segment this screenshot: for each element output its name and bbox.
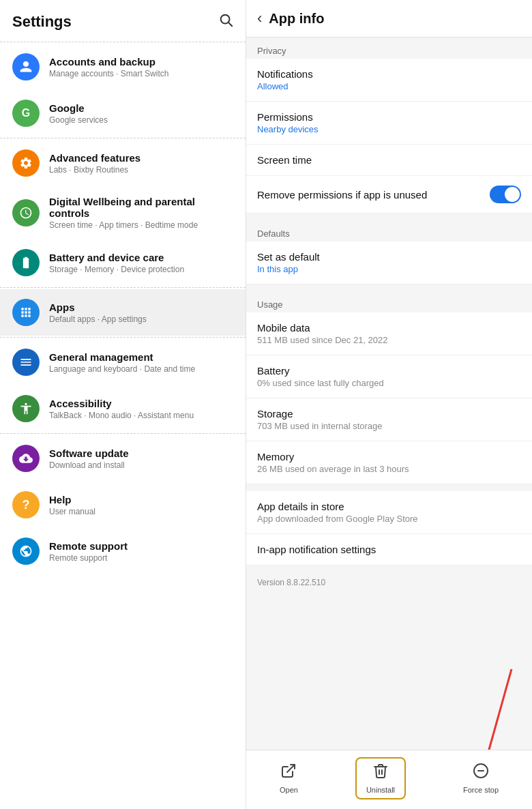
version-text: Version 8.8.22.510 bbox=[246, 571, 532, 591]
remove-perms-title: Remove permissions if app is unused bbox=[257, 189, 427, 201]
app-info-panel: ‹ App info Privacy Notifications Allowed… bbox=[246, 0, 532, 809]
settings-header: Settings bbox=[0, 0, 246, 40]
google-icon: G bbox=[12, 100, 40, 127]
sidebar-item-help[interactable]: ? Help User manual bbox=[0, 482, 246, 528]
inapp-notif-title: In-app notification settings bbox=[257, 544, 521, 555]
divider-2 bbox=[0, 287, 246, 288]
battery-title: Battery and device care bbox=[49, 252, 184, 263]
sidebar-item-software[interactable]: Software update Download and install bbox=[0, 435, 246, 482]
advanced-subtitle: Labs · Bixby Routines bbox=[49, 165, 141, 175]
settings-sidebar: Settings Accounts and backup Manage acco… bbox=[0, 0, 246, 809]
storage-title: Storage bbox=[257, 408, 521, 420]
sidebar-item-apps[interactable]: Apps Default apps · App settings bbox=[0, 289, 246, 336]
app-details-item[interactable]: App details in store App downloaded from… bbox=[246, 491, 532, 534]
remote-title: Remote support bbox=[49, 540, 128, 552]
accounts-title: Accounts and backup bbox=[49, 56, 168, 68]
software-title: Software update bbox=[49, 447, 129, 459]
set-default-item[interactable]: Set as default In this app bbox=[246, 241, 532, 284]
google-title: Google bbox=[49, 102, 108, 114]
notifications-title: Notifications bbox=[257, 68, 521, 80]
advanced-title: Advanced features bbox=[49, 152, 141, 164]
sidebar-item-accessibility[interactable]: Accessibility TalkBack · Mono audio · As… bbox=[0, 385, 246, 432]
defaults-label: Defaults bbox=[246, 220, 532, 241]
uninstall-button[interactable]: Uninstall bbox=[355, 757, 406, 799]
apps-subtitle: Default apps · App settings bbox=[49, 314, 147, 324]
remote-icon bbox=[12, 538, 40, 565]
force-stop-button[interactable]: Force stop bbox=[454, 759, 508, 798]
sidebar-item-google[interactable]: G Google Google services bbox=[0, 90, 246, 136]
storage-item[interactable]: Storage 703 MB used in internal storage bbox=[246, 398, 532, 441]
storage-subtitle: 703 MB used in internal storage bbox=[257, 421, 521, 431]
open-label: Open bbox=[280, 786, 298, 794]
mobile-data-subtitle: 511 MB used since Dec 21, 2022 bbox=[257, 335, 521, 345]
app-info-header: ‹ App info bbox=[246, 0, 532, 38]
set-default-subtitle: In this app bbox=[257, 264, 521, 274]
app-info-title: App info bbox=[269, 11, 324, 27]
accessibility-subtitle: TalkBack · Mono audio · Assistant menu bbox=[49, 411, 194, 420]
accessibility-icon bbox=[12, 395, 40, 422]
remove-perms-toggle[interactable] bbox=[490, 186, 521, 203]
notifications-subtitle: Allowed bbox=[257, 81, 521, 91]
permissions-subtitle: Nearby devices bbox=[257, 124, 521, 134]
help-subtitle: User manual bbox=[49, 507, 95, 516]
general-icon bbox=[12, 349, 40, 376]
divider-top bbox=[0, 42, 246, 42]
uninstall-label: Uninstall bbox=[366, 786, 395, 794]
sidebar-item-digital[interactable]: Digital Wellbeing and parental controls … bbox=[0, 186, 246, 239]
remote-subtitle: Remote support bbox=[49, 553, 128, 563]
google-subtitle: Google services bbox=[49, 115, 108, 125]
open-icon bbox=[280, 763, 297, 783]
settings-title: Settings bbox=[12, 13, 72, 31]
uninstall-icon bbox=[372, 763, 389, 783]
divider-3 bbox=[0, 337, 246, 338]
bottom-action-bar: Open Uninstall Fo bbox=[246, 750, 532, 809]
spacer-defaults bbox=[246, 214, 532, 220]
permissions-item[interactable]: Permissions Nearby devices bbox=[246, 102, 532, 145]
digital-icon bbox=[12, 199, 40, 226]
app-details-title: App details in store bbox=[257, 501, 521, 512]
sidebar-item-general[interactable]: General management Language and keyboard… bbox=[0, 339, 246, 385]
accounts-subtitle: Manage accounts · Smart Switch bbox=[49, 69, 168, 78]
force-stop-label: Force stop bbox=[463, 786, 499, 794]
screen-time-item[interactable]: Screen time bbox=[246, 145, 532, 176]
divider-1 bbox=[0, 138, 246, 138]
battery-icon bbox=[12, 249, 40, 276]
help-title: Help bbox=[49, 494, 95, 505]
inapp-notif-item[interactable]: In-app notification settings bbox=[246, 534, 532, 565]
battery-item[interactable]: Battery 0% used since last fully charged bbox=[246, 355, 532, 398]
accounts-icon bbox=[12, 53, 40, 80]
usage-label: Usage bbox=[246, 291, 532, 312]
general-subtitle: Language and keyboard · Date and time bbox=[49, 364, 195, 374]
memory-subtitle: 26 MB used on average in last 3 hours bbox=[257, 464, 521, 474]
accessibility-title: Accessibility bbox=[49, 398, 194, 409]
memory-item[interactable]: Memory 26 MB used on average in last 3 h… bbox=[246, 441, 532, 484]
general-title: General management bbox=[49, 351, 195, 363]
back-button[interactable]: ‹ bbox=[257, 10, 262, 27]
battery-usage-title: Battery bbox=[257, 365, 521, 377]
permissions-title: Permissions bbox=[257, 111, 521, 123]
svg-line-4 bbox=[287, 765, 295, 772]
software-subtitle: Download and install bbox=[49, 460, 129, 470]
search-button[interactable] bbox=[218, 12, 233, 31]
set-default-title: Set as default bbox=[257, 251, 521, 263]
battery-usage-subtitle: 0% used since last fully charged bbox=[257, 378, 521, 388]
spacer-usage bbox=[246, 284, 532, 291]
sidebar-item-battery[interactable]: Battery and device care Storage · Memory… bbox=[0, 239, 246, 286]
apps-title: Apps bbox=[49, 301, 147, 313]
sidebar-item-accounts[interactable]: Accounts and backup Manage accounts · Sm… bbox=[0, 44, 246, 90]
screen-time-title: Screen time bbox=[257, 154, 521, 166]
mobile-data-item[interactable]: Mobile data 511 MB used since Dec 21, 20… bbox=[246, 312, 532, 355]
notifications-item[interactable]: Notifications Allowed bbox=[246, 59, 532, 102]
sidebar-item-remote[interactable]: Remote support Remote support bbox=[0, 528, 246, 574]
spacer-version bbox=[246, 565, 532, 571]
spacer-store bbox=[246, 484, 532, 491]
software-icon bbox=[12, 445, 40, 472]
apps-icon bbox=[12, 299, 40, 326]
open-button[interactable]: Open bbox=[270, 759, 308, 798]
svg-line-1 bbox=[228, 23, 232, 26]
remove-perms-item[interactable]: Remove permissions if app is unused bbox=[246, 176, 532, 214]
sidebar-item-advanced[interactable]: Advanced features Labs · Bixby Routines bbox=[0, 140, 246, 186]
help-icon: ? bbox=[12, 491, 40, 518]
svg-line-2 bbox=[488, 669, 512, 754]
advanced-icon bbox=[12, 149, 40, 177]
